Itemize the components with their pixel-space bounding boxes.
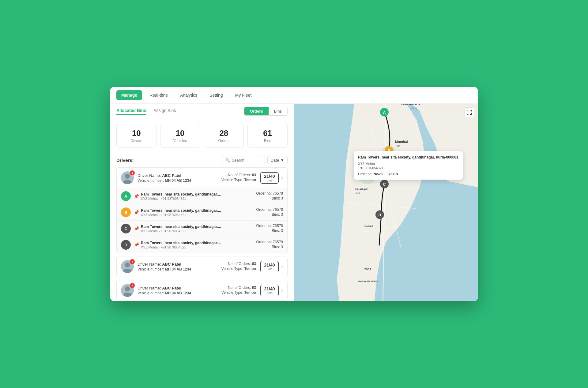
driver-info-2: Driver Name: ABC Patel Vehicle number: M… bbox=[138, 262, 221, 271]
driver-row-3[interactable]: 4 Driver Name: ABC Patel Vehicle number:… bbox=[117, 280, 287, 300]
sub-tabs-bar: Allocated Bins Assign Bins Orders Bins bbox=[110, 104, 294, 119]
stop-order-D: Order no: 76578 Bins: 3 bbox=[256, 240, 283, 250]
chevron-down-icon: ▼ bbox=[280, 158, 284, 162]
date-filter[interactable]: Date ▼ bbox=[267, 156, 288, 164]
stat-drivers: 10 Drivers bbox=[116, 124, 156, 147]
nav-setting[interactable]: Setting bbox=[205, 90, 228, 100]
svg-text:ANDHERI EAST: ANDHERI EAST bbox=[401, 104, 422, 105]
stop-contact-B: XYZ Mehta - +91 9876054321 bbox=[141, 213, 256, 217]
app-window: Manage Real-time Analytics Setting My Fl… bbox=[110, 87, 478, 301]
nav-myfleet[interactable]: My Fleet bbox=[230, 90, 257, 100]
svg-point-4 bbox=[125, 263, 130, 267]
driver-row-1[interactable]: 4 Driver Name: ABC Patel Vehicle number:… bbox=[117, 168, 287, 188]
search-box[interactable]: 🔍 bbox=[222, 156, 265, 164]
nav-realtime[interactable]: Real-time bbox=[145, 90, 173, 100]
stop-letter-D: D bbox=[121, 240, 131, 250]
stop-letter-C: C bbox=[121, 224, 131, 233]
svg-text:A: A bbox=[383, 110, 386, 115]
nav-analytics[interactable]: Analytics bbox=[175, 90, 202, 100]
nav-manage[interactable]: Manage bbox=[116, 90, 142, 100]
driver-card-3: 4 Driver Name: ABC Patel Vehicle number:… bbox=[116, 280, 288, 301]
tab-allocated-bins[interactable]: Allocated Bins bbox=[116, 108, 146, 115]
bins-badge-3: 21/40 Bins bbox=[260, 285, 279, 296]
driver-meta-3: No. of Orders: 03 Vehicle Type: Tempo bbox=[221, 285, 256, 295]
driver-info-3: Driver Name: ABC Patel Vehicle number: M… bbox=[138, 286, 221, 295]
svg-text:FORT: FORT bbox=[364, 268, 371, 270]
stop-item-A[interactable]: A 📌 Ram Towers, near sita society, gandh… bbox=[117, 188, 287, 204]
stop-contact-C: XYZ Mehta - +91 9876054321 bbox=[141, 229, 256, 233]
driver-badge-2: 4 bbox=[130, 259, 135, 264]
left-panel: Allocated Bins Assign Bins Orders Bins 1… bbox=[110, 104, 294, 301]
svg-text:DHARAVI: DHARAVI bbox=[355, 188, 368, 191]
stop-order-C: Order no: 76578 Bins: 3 bbox=[256, 224, 283, 233]
chevron-right-icon-2: › bbox=[281, 263, 283, 270]
main-area: Allocated Bins Assign Bins Orders Bins 1… bbox=[110, 104, 478, 301]
stop-item-D[interactable]: D 📌 Ram Towers, near sita society, gandh… bbox=[117, 237, 287, 253]
svg-text:धारावी: धारावी bbox=[355, 192, 360, 194]
driver-card-2: 4 Driver Name: ABC Patel Vehicle number:… bbox=[116, 256, 288, 277]
driver-name-3: Driver Name: ABC Patel bbox=[138, 286, 221, 290]
drivers-header: Drivers: 🔍 Date ▼ bbox=[116, 152, 288, 167]
driver-avatar-wrap-3: 4 bbox=[121, 284, 134, 297]
map-background: A B C D ANDHERI EAST अंधेरी पूर्व Mumbai… bbox=[294, 104, 478, 301]
driver-card-1: 4 Driver Name: ABC Patel Vehicle number:… bbox=[116, 167, 288, 253]
svg-text:D: D bbox=[379, 213, 381, 217]
stat-orders-label: Orders bbox=[208, 139, 240, 143]
date-filter-label: Date bbox=[271, 158, 279, 162]
fullscreen-icon bbox=[467, 110, 472, 115]
driver-vehicle-1: Vehicle number: MH 04 AB 1234 bbox=[138, 178, 221, 183]
svg-text:Mumbai: Mumbai bbox=[395, 140, 408, 144]
bins-num-2: 21/40 bbox=[264, 263, 275, 267]
search-icon: 🔍 bbox=[225, 158, 230, 162]
map-tooltip-title: Ram Towers, near sita society, gandhinag… bbox=[358, 155, 458, 160]
stat-bins-value: 61 bbox=[251, 129, 284, 138]
stat-drivers-value: 10 bbox=[120, 129, 153, 138]
stop-letter-B: B bbox=[121, 207, 131, 217]
stat-bins-label: Bins bbox=[251, 139, 284, 143]
map-tooltip-phone: +91 9876054321 bbox=[358, 166, 458, 170]
stop-pin-C: 📌 bbox=[134, 226, 139, 231]
top-nav: Manage Real-time Analytics Setting My Fl… bbox=[110, 87, 478, 104]
stop-order-B: Order no: 76578 Bins: 3 bbox=[256, 207, 283, 217]
stat-drivers-label: Drivers bbox=[120, 139, 153, 143]
svg-text:मुंबई: मुंबई bbox=[396, 144, 400, 148]
toggle-bins[interactable]: Bins bbox=[269, 107, 287, 115]
map-tooltip: Ram Towers, near sita society, gandhinag… bbox=[354, 151, 463, 180]
chevron-right-icon-1: › bbox=[281, 175, 283, 181]
bins-num-3: 21/40 bbox=[264, 286, 275, 291]
chevron-right-icon-3: › bbox=[281, 287, 283, 294]
stats-row: 10 Drivers 10 Vehicles 28 Orders 61 Bins bbox=[110, 119, 294, 152]
stop-address-C: Ram Towers, near sita society, gandhinag… bbox=[141, 225, 256, 229]
driver-name-2: Driver Name: ABC Patel bbox=[138, 262, 221, 267]
stop-pin-D: 📌 bbox=[134, 242, 139, 247]
stop-contact-A: XYZ Mehta - +91 9876054321 bbox=[141, 197, 256, 200]
stop-letter-A: A bbox=[121, 191, 131, 201]
svg-text:अंधेरी पूर्व: अंधेरी पूर्व bbox=[410, 107, 417, 110]
svg-text:NARIMAN POINT: NARIMAN POINT bbox=[358, 280, 378, 283]
map-fullscreen-button[interactable] bbox=[464, 107, 474, 117]
map-tooltip-contact: XYZ Mehta bbox=[358, 162, 458, 166]
driver-meta-1: No. of Orders: 03 Vehicle Type: Tempo bbox=[221, 173, 256, 183]
driver-row-2[interactable]: 4 Driver Name: ABC Patel Vehicle number:… bbox=[117, 256, 287, 277]
stop-item-B[interactable]: B 📌 Ram Towers, near sita society, gandh… bbox=[117, 204, 287, 220]
svg-point-1 bbox=[125, 174, 130, 179]
bins-num-1: 21/40 bbox=[264, 174, 275, 179]
stat-orders: 28 Orders bbox=[204, 124, 244, 147]
search-input[interactable] bbox=[232, 158, 262, 162]
stop-info-B: Ram Towers, near sita society, gandhinag… bbox=[141, 208, 256, 217]
stop-info-C: Ram Towers, near sita society, gandhinag… bbox=[141, 225, 256, 233]
stop-contact-D: XYZ Mehta - +91 9876054321 bbox=[141, 245, 256, 249]
stop-pin-A: 📌 bbox=[134, 194, 139, 199]
drivers-title: Drivers: bbox=[116, 158, 134, 163]
stop-info-D: Ram Towers, near sita society, gandhinag… bbox=[141, 241, 256, 249]
tab-assign-bins[interactable]: Assign Bins bbox=[153, 108, 176, 115]
stop-address-D: Ram Towers, near sita society, gandhinag… bbox=[141, 241, 256, 245]
right-panel: A B C D ANDHERI EAST अंधेरी पूर्व Mumbai… bbox=[294, 104, 478, 301]
toggle-orders[interactable]: Orders bbox=[244, 107, 269, 115]
stop-item-C[interactable]: C 📌 Ram Towers, near sita society, gandh… bbox=[117, 220, 287, 237]
svg-point-7 bbox=[125, 286, 130, 291]
driver-badge-3: 4 bbox=[130, 283, 135, 288]
stat-vehicles-label: Vehicles bbox=[164, 139, 196, 143]
stop-order-A: Order no: 76578 Bins: 3 bbox=[256, 191, 283, 201]
driver-meta-2: No. of Orders: 03 Vehicle Type: Tempo bbox=[221, 262, 256, 271]
